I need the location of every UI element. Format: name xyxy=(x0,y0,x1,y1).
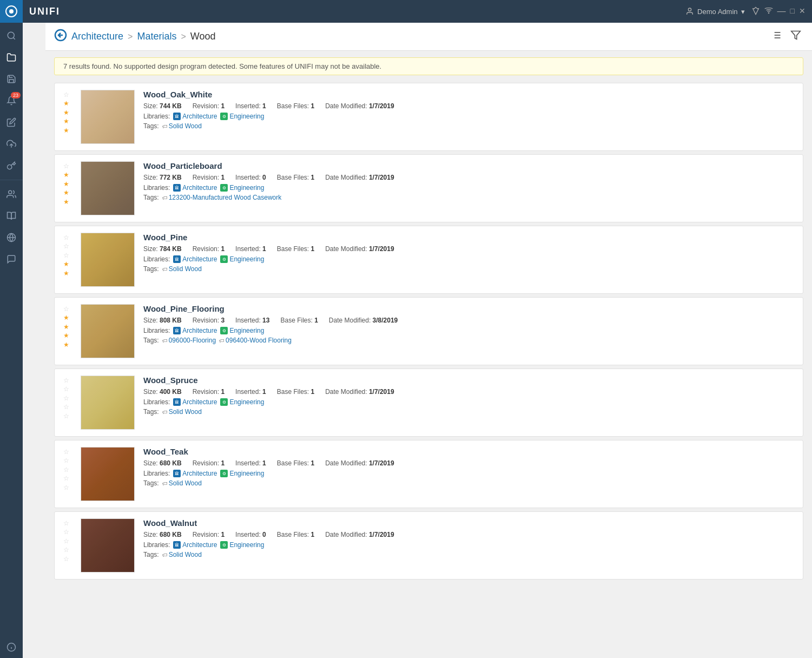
tags-label: Tags: xyxy=(143,194,159,201)
result-thumbnail xyxy=(81,304,135,358)
sidebar-item-keys[interactable] xyxy=(0,155,23,176)
star-1[interactable]: ☆ xyxy=(63,385,72,393)
library-tag-architecture[interactable]: 🏛 Architecture xyxy=(173,113,217,120)
user-menu[interactable]: Demo Admin ▾ xyxy=(685,7,744,16)
lib-icon: ⚙ xyxy=(220,184,228,192)
library-tag-architecture[interactable]: 🏛 Architecture xyxy=(173,184,217,192)
result-info: Wood_Oak_White Size: 744 KB Revision: 1 … xyxy=(143,90,794,132)
breadcrumb-sep1: > xyxy=(128,32,133,42)
star-0[interactable]: ☆ xyxy=(63,162,72,170)
library-tag-architecture[interactable]: 🏛 Architecture xyxy=(173,327,217,334)
library-tag-architecture[interactable]: 🏛 Architecture xyxy=(173,541,217,549)
library-tag-engineering[interactable]: ⚙ Engineering xyxy=(220,113,264,120)
star-3[interactable]: ★ xyxy=(63,117,72,125)
sidebar-item-users[interactable] xyxy=(0,183,23,205)
star-2[interactable]: ☆ xyxy=(63,252,72,259)
star-3[interactable]: ☆ xyxy=(63,475,72,482)
filter-button[interactable] xyxy=(788,28,803,45)
star-4[interactable]: ☆ xyxy=(63,555,72,563)
star-2[interactable]: ★ xyxy=(63,323,72,331)
star-1[interactable]: ☆ xyxy=(63,457,72,464)
library-tag-architecture[interactable]: 🏛 Architecture xyxy=(173,470,217,477)
minimize-button[interactable]: — xyxy=(777,6,786,16)
result-thumbnail xyxy=(81,90,135,144)
breadcrumb-materials[interactable]: Materials xyxy=(137,31,176,42)
library-tag-architecture[interactable]: 🏛 Architecture xyxy=(173,398,217,406)
breadcrumb-architecture[interactable]: Architecture xyxy=(71,31,123,42)
star-2[interactable]: ☆ xyxy=(63,537,72,545)
star-3[interactable]: ☆ xyxy=(63,403,72,411)
star-0[interactable]: ☆ xyxy=(63,305,72,313)
pin-icon[interactable] xyxy=(751,6,760,15)
sidebar-item-save[interactable] xyxy=(0,68,23,90)
star-1[interactable]: ☆ xyxy=(63,242,72,250)
result-item-wood-spruce: ☆☆☆☆☆ Wood_Spruce Size: 400 KB Revision:… xyxy=(54,369,803,437)
main-content: Architecture > Materials > Wood 7 result… xyxy=(45,23,812,658)
star-4[interactable]: ★ xyxy=(63,198,72,206)
star-2[interactable]: ☆ xyxy=(63,466,72,473)
star-4[interactable]: ★ xyxy=(63,269,72,277)
back-button[interactable] xyxy=(54,29,67,44)
star-3[interactable]: ★ xyxy=(63,189,72,196)
sidebar-item-browse[interactable] xyxy=(0,47,23,68)
sidebar-item-search[interactable] xyxy=(0,25,23,47)
star-0[interactable]: ☆ xyxy=(63,448,72,456)
close-button[interactable]: ✕ xyxy=(799,6,806,16)
star-1[interactable]: ★ xyxy=(63,314,72,321)
result-meta: Size: 680 KB Revision: 1 Inserted: 1 Bas… xyxy=(143,459,794,467)
library-tag-engineering[interactable]: ⚙ Engineering xyxy=(220,470,264,477)
sidebar-item-chat[interactable] xyxy=(0,248,23,270)
star-0[interactable]: ☆ xyxy=(63,234,72,241)
library-tag-engineering[interactable]: ⚙ Engineering xyxy=(220,255,264,263)
star-3[interactable]: ★ xyxy=(63,332,72,339)
list-view-button[interactable] xyxy=(769,28,784,45)
star-3[interactable]: ☆ xyxy=(63,546,72,554)
library-tag-engineering[interactable]: ⚙ Engineering xyxy=(220,327,264,334)
maximize-button[interactable]: □ xyxy=(790,6,795,16)
sidebar-item-upload[interactable] xyxy=(0,133,23,155)
sidebar-item-notifications[interactable]: 23 xyxy=(0,90,23,111)
tag-link[interactable]: 🏷 Solid Wood xyxy=(162,122,202,130)
star-2[interactable]: ☆ xyxy=(63,394,72,402)
star-1[interactable]: ★ xyxy=(63,100,72,107)
user-dropdown-icon: ▾ xyxy=(741,8,745,16)
meta-size: Size: 680 KB xyxy=(143,459,182,467)
sidebar-item-reports[interactable] xyxy=(0,205,23,227)
result-thumbnail xyxy=(81,376,135,430)
star-4[interactable]: ★ xyxy=(63,341,72,348)
star-0[interactable]: ☆ xyxy=(63,377,72,384)
star-1[interactable]: ★ xyxy=(63,171,72,179)
library-tag-engineering[interactable]: ⚙ Engineering xyxy=(220,184,264,192)
star-2[interactable]: ★ xyxy=(63,109,72,116)
result-meta: Size: 680 KB Revision: 1 Inserted: 0 Bas… xyxy=(143,531,794,538)
star-3[interactable]: ★ xyxy=(63,260,72,268)
tag-link[interactable]: 🏷 Solid Wood xyxy=(162,551,202,558)
star-4[interactable]: ★ xyxy=(63,127,72,134)
tag-link[interactable]: 🏷 Solid Wood xyxy=(162,265,202,273)
library-tag-engineering[interactable]: ⚙ Engineering xyxy=(220,398,264,406)
star-0[interactable]: ☆ xyxy=(63,519,72,527)
library-tag-engineering[interactable]: ⚙ Engineering xyxy=(220,541,264,549)
star-2[interactable]: ★ xyxy=(63,180,72,188)
result-meta: Size: 772 KB Revision: 1 Inserted: 0 Bas… xyxy=(143,174,794,181)
tag-link[interactable]: 🏷 123200-Manufactured Wood Casework xyxy=(162,194,282,201)
result-info: Wood_Pine_Flooring Size: 808 KB Revision… xyxy=(143,304,794,346)
meta-basefiles: Base Files: 1 xyxy=(277,388,314,396)
tag-link[interactable]: 🏷 096400-Wood Flooring xyxy=(219,337,292,344)
star-1[interactable]: ☆ xyxy=(63,528,72,536)
library-tag-architecture[interactable]: 🏛 Architecture xyxy=(173,255,217,263)
sidebar-item-web[interactable] xyxy=(0,227,23,248)
sidebar-item-edit[interactable] xyxy=(0,111,23,133)
star-0[interactable]: ☆ xyxy=(63,91,72,98)
sidebar-logo xyxy=(0,0,23,23)
tag-link[interactable]: 🏷 096000-Flooring xyxy=(162,337,216,344)
tag-icon: 🏷 xyxy=(162,552,168,558)
tag-link[interactable]: 🏷 Solid Wood xyxy=(162,408,202,416)
tag-link[interactable]: 🏷 Solid Wood xyxy=(162,479,202,487)
sidebar-item-info[interactable] xyxy=(0,636,23,658)
libraries-label: Libraries: xyxy=(143,113,170,120)
result-item-wood-particleboard: ☆★★★★ Wood_Particleboard Size: 772 KB Re… xyxy=(54,154,803,222)
result-meta: Size: 400 KB Revision: 1 Inserted: 1 Bas… xyxy=(143,388,794,396)
star-4[interactable]: ☆ xyxy=(63,412,72,420)
star-4[interactable]: ☆ xyxy=(63,484,72,491)
